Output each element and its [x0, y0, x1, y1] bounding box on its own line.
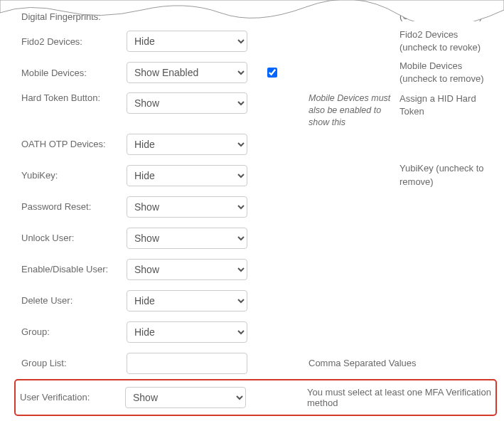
- enable-disable-label: Enable/Disable User:: [21, 264, 121, 275]
- fido2-select[interactable]: Hide: [127, 31, 247, 52]
- delete-user-select[interactable]: Hide: [127, 290, 247, 311]
- password-reset-select[interactable]: Show: [127, 196, 247, 218]
- enable-disable-select[interactable]: Show: [127, 259, 247, 280]
- oath-select[interactable]: Hide: [127, 134, 247, 155]
- group-list-label: Group List:: [21, 358, 121, 368]
- mobile-label: Mobile Devices:: [21, 68, 121, 78]
- uncheck-revoke-partial: (Uncheck to revoke): [400, 10, 490, 23]
- yubikey-select[interactable]: Hide: [127, 165, 247, 186]
- digital-fingerprints-label: Digital Fingerprints:: [21, 11, 121, 22]
- unlock-user-label: Unlock User:: [21, 233, 121, 243]
- hard-token-right-text: Assign a HID Hard Token: [400, 92, 490, 118]
- hard-token-select[interactable]: Show: [127, 92, 247, 114]
- yubikey-label: YubiKey:: [21, 170, 121, 181]
- group-label: Group:: [21, 326, 121, 337]
- user-verification-highlight: User Verification: Show You must select …: [14, 379, 497, 416]
- fido2-label: Fido2 Devices:: [21, 36, 121, 47]
- hard-token-label: Hard Token Button:: [21, 92, 121, 103]
- delete-user-label: Delete User:: [21, 295, 121, 306]
- mobile-select[interactable]: Show Enabled: [127, 62, 247, 83]
- group-list-note: Comma Separated Values: [309, 358, 490, 368]
- mobile-checkbox[interactable]: [267, 68, 277, 78]
- group-list-input[interactable]: [127, 353, 247, 374]
- group-select[interactable]: Hide: [127, 321, 247, 343]
- password-reset-label: Password Reset:: [21, 201, 121, 212]
- mobile-right-text: Mobile Devices (uncheck to remove): [400, 60, 490, 85]
- hard-token-note: Mobile Devices must also be enabled to s…: [309, 92, 394, 129]
- user-verification-note: You must select at least one MFA Verific…: [307, 387, 491, 408]
- user-verification-select[interactable]: Show: [125, 387, 246, 408]
- user-verification-label: User Verification:: [20, 392, 119, 403]
- oath-label: OATH OTP Devices:: [21, 139, 121, 149]
- fido2-right-text: Fido2 Devices (uncheck to revoke): [400, 28, 490, 54]
- yubikey-right-text: YubiKey (uncheck to remove): [400, 162, 490, 188]
- unlock-user-select[interactable]: Show: [127, 228, 247, 249]
